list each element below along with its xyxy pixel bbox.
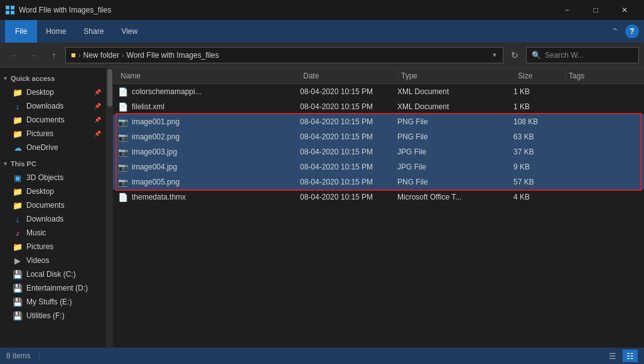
file-date: 08-04-2020 10:15 PM — [300, 117, 397, 126]
quick-access-arrow: ▼ — [3, 75, 8, 82]
file-type: JPG File — [397, 163, 513, 171]
minimize-button[interactable]: − — [552, 0, 581, 20]
desktop-icon: 📁 — [13, 87, 23, 97]
quick-access-header[interactable]: ▼ Quick access — [0, 72, 106, 85]
file-date: 08-04-2020 10:15 PM — [300, 102, 397, 111]
sidebar-item-3d-objects[interactable]: ▣ 3D Objects — [0, 171, 106, 185]
view-details-button[interactable]: ☰ — [605, 350, 620, 362]
documents-icon: 📁 — [13, 115, 23, 125]
svg-rect-0 — [6, 6, 9, 9]
sidebar-label-downloads: Downloads — [26, 102, 63, 110]
menu-file[interactable]: File — [5, 20, 37, 43]
file-type: PNG File — [397, 178, 513, 186]
menu-view[interactable]: View — [112, 20, 146, 43]
status-item-count: 8 items — [6, 351, 31, 360]
sidebar-item-music[interactable]: ♪ Music — [0, 226, 106, 240]
svg-rect-1 — [11, 6, 14, 9]
utilities-icon: 💾 — [13, 311, 23, 321]
col-header-date[interactable]: Date — [301, 68, 398, 83]
help-button[interactable]: ? — [625, 24, 639, 38]
sidebar-item-downloads-pc[interactable]: ↓ Downloads — [0, 212, 106, 226]
onedrive-icon: ☁ — [13, 142, 23, 153]
downloads-icon: ↓ — [13, 101, 23, 111]
search-box[interactable]: 🔍 Search W... — [526, 47, 639, 63]
sidebar-item-pictures-quick[interactable]: 📁 Pictures 📌 — [0, 127, 106, 141]
sidebar: ▼ Quick access 📁 Desktop 📌 ↓ Downloads 📌… — [0, 68, 107, 348]
table-row[interactable]: 📷 image005.png 08-04-2020 10:15 PM PNG F… — [113, 174, 644, 190]
file-type: JPG File — [397, 147, 513, 156]
pin-icon: 📌 — [94, 89, 101, 95]
address-path[interactable]: ■ › New folder › Word FIle with Images_f… — [65, 47, 503, 63]
app-icon — [5, 5, 15, 15]
menu-collapse-button[interactable]: ⌃ — [608, 26, 623, 36]
file-size: 37 KB — [513, 147, 564, 156]
title-bar: Word FIle with Images_files − □ ✕ — [0, 0, 644, 20]
col-header-tags[interactable]: Tags — [566, 68, 639, 83]
col-header-size[interactable]: Size — [515, 68, 566, 83]
my-stuffs-icon: 💾 — [13, 297, 23, 307]
up-button[interactable]: ↑ — [45, 46, 63, 64]
file-list: 📄 colorschemamappi... 08-04-2020 10:15 P… — [113, 84, 644, 348]
file-type: PNG File — [397, 132, 513, 141]
menu-home[interactable]: Home — [37, 20, 75, 43]
file-date: 08-04-2020 10:15 PM — [300, 178, 397, 186]
maximize-button[interactable]: □ — [581, 0, 610, 20]
table-row[interactable]: 📄 filelist.xml 08-04-2020 10:15 PM XML D… — [113, 99, 644, 114]
sidebar-item-entertainment[interactable]: 💾 Entertainment (D:) — [0, 281, 106, 295]
sidebar-scrollbar[interactable] — [107, 68, 113, 348]
search-placeholder: Search W... — [545, 51, 584, 60]
window-controls[interactable]: − □ ✕ — [552, 0, 639, 20]
menu-share[interactable]: Share — [75, 20, 112, 43]
address-bar: ← → ↑ ■ › New folder › Word FIle with Im… — [0, 43, 644, 68]
table-row[interactable]: 📷 image004.jpg 08-04-2020 10:15 PM JPG F… — [113, 159, 644, 174]
sidebar-item-onedrive[interactable]: ☁ OneDrive — [0, 141, 106, 154]
forward-button[interactable]: → — [25, 46, 43, 64]
file-name: image005.png — [132, 178, 180, 186]
pin-icon-docs: 📌 — [94, 117, 101, 123]
sidebar-item-utilities[interactable]: 💾 Utilities (F:) — [0, 309, 106, 323]
col-header-type[interactable]: Type — [399, 68, 515, 83]
sidebar-item-documents-quick[interactable]: 📁 Documents 📌 — [0, 113, 106, 127]
sidebar-item-local-disk[interactable]: 💾 Local Disk (C:) — [0, 267, 106, 281]
sidebar-label-pictures-pc: Pictures — [26, 242, 53, 251]
close-button[interactable]: ✕ — [610, 0, 639, 20]
quick-access-label: Quick access — [11, 75, 55, 82]
png-file-icon: 📷 — [118, 132, 128, 142]
table-row[interactable]: 📄 colorschemamappi... 08-04-2020 10:15 P… — [113, 84, 644, 99]
file-name: filelist.xml — [132, 102, 164, 111]
jpg-file-icon: 📷 — [118, 147, 128, 157]
file-name: image004.jpg — [132, 163, 177, 171]
documents-pc-icon: 📁 — [13, 200, 23, 210]
table-row[interactable]: 📄 themedata.thmx 08-04-2020 10:15 PM Mic… — [113, 190, 644, 205]
col-header-name[interactable]: Name — [118, 68, 300, 83]
sidebar-label-music: Music — [26, 228, 46, 237]
sidebar-item-desktop-pc[interactable]: 📁 Desktop — [0, 185, 106, 198]
back-button[interactable]: ← — [5, 46, 23, 64]
sidebar-item-documents-pc[interactable]: 📁 Documents — [0, 198, 106, 212]
sidebar-item-my-stuffs[interactable]: 💾 My Stuffs (E:) — [0, 295, 106, 309]
sidebar-scrollbar-thumb[interactable] — [107, 69, 112, 107]
pin-icon-dl: 📌 — [94, 103, 101, 109]
this-pc-section: ▼ This PC ▣ 3D Objects 📁 Desktop 📁 Docum… — [0, 157, 106, 323]
file-size: 63 KB — [513, 132, 564, 141]
sidebar-label-downloads-pc: Downloads — [26, 215, 63, 223]
refresh-button[interactable]: ↻ — [506, 46, 523, 64]
3d-objects-icon: ▣ — [13, 173, 23, 183]
sidebar-item-desktop-quick[interactable]: 📁 Desktop 📌 — [0, 85, 106, 99]
this-pc-arrow: ▼ — [3, 161, 8, 167]
table-row[interactable]: 📷 image001.png 08-04-2020 10:15 PM PNG F… — [113, 114, 644, 129]
sidebar-item-videos[interactable]: ▶ Videos — [0, 254, 106, 267]
table-row[interactable]: 📷 image002.png 08-04-2020 10:15 PM PNG F… — [113, 129, 644, 144]
file-date: 08-04-2020 10:15 PM — [300, 163, 397, 171]
sidebar-item-downloads-quick[interactable]: ↓ Downloads 📌 — [0, 99, 106, 113]
table-row[interactable]: 📷 image003.jpg 08-04-2020 10:15 PM JPG F… — [113, 144, 644, 159]
sidebar-item-pictures-pc[interactable]: 📁 Pictures — [0, 240, 106, 254]
file-type: XML Document — [397, 87, 513, 96]
sidebar-label-documents-pc: Documents — [26, 201, 65, 210]
path-current: Word FIle with Images_files — [127, 51, 219, 60]
file-name: image003.jpg — [132, 147, 177, 156]
this-pc-header[interactable]: ▼ This PC — [0, 157, 106, 171]
main-content: ▼ Quick access 📁 Desktop 📌 ↓ Downloads 📌… — [0, 68, 644, 348]
view-list-button[interactable]: ☷ — [623, 350, 638, 362]
sidebar-label-my-stuffs: My Stuffs (E:) — [26, 297, 72, 306]
